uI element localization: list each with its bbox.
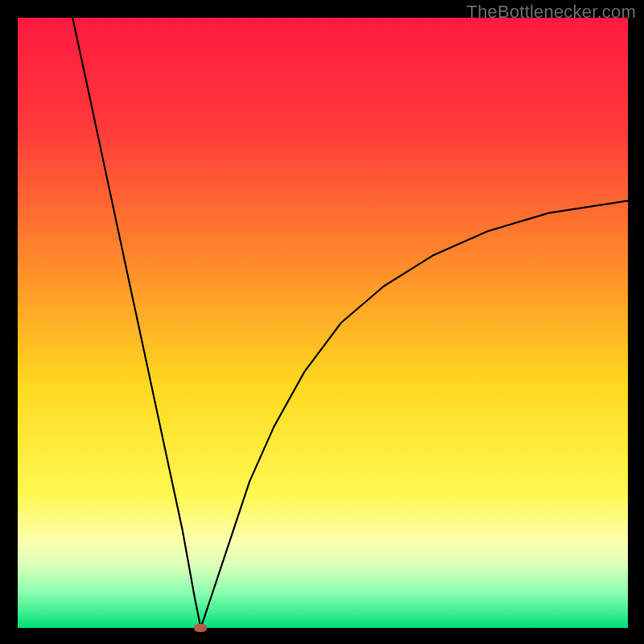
watermark-text: TheBottlenecker.com bbox=[467, 2, 636, 23]
curve-overlay bbox=[18, 18, 628, 628]
plot-area bbox=[18, 18, 628, 628]
bottleneck-curve bbox=[72, 18, 628, 628]
min-marker bbox=[194, 624, 207, 632]
